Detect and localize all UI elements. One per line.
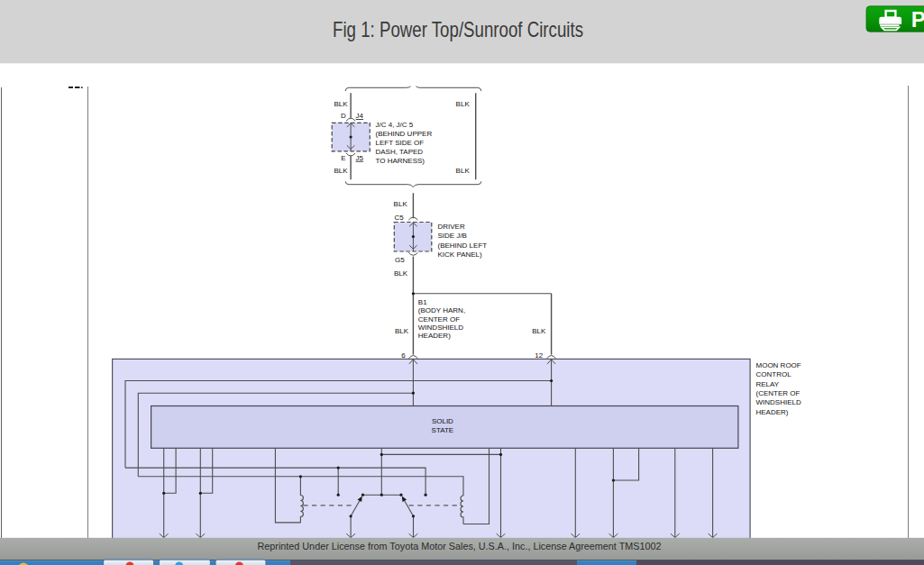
svg-text:J/C 4, J/C 5: J/C 4, J/C 5 [376, 121, 414, 129]
svg-text:RELAY: RELAY [756, 380, 780, 388]
svg-text:D: D [341, 112, 346, 120]
svg-text:DRIVER: DRIVER [438, 223, 465, 231]
svg-text:12: 12 [535, 351, 543, 360]
svg-text:(BEHIND UPPER: (BEHIND UPPER [376, 130, 433, 138]
svg-text:E: E [341, 154, 345, 162]
svg-text:KICK PANEL): KICK PANEL) [438, 251, 483, 259]
svg-text:(BEHIND LEFT: (BEHIND LEFT [438, 241, 488, 250]
svg-text:(BODY HARN,: (BODY HARN, [418, 306, 465, 314]
svg-text:WINDSHIELD: WINDSHIELD [418, 324, 463, 332]
svg-text:6: 6 [401, 351, 406, 360]
svg-text:BLK: BLK [394, 269, 408, 278]
svg-text:Fig 1: Power Top/Sunroof Circu: Fig 1: Power Top/Sunroof Circuits [333, 17, 583, 41]
svg-text:STATE: STATE [432, 426, 454, 434]
svg-text:HEADER): HEADER) [756, 408, 789, 416]
svg-text:Reprinted Under License from T: Reprinted Under License from Toyota Moto… [258, 541, 662, 551]
svg-text:BLK: BLK [456, 100, 471, 108]
svg-text:G5: G5 [395, 256, 405, 264]
svg-text:MOON ROOF: MOON ROOF [756, 361, 801, 369]
svg-text:WINDSHIELD: WINDSHIELD [756, 398, 801, 406]
svg-text:SIDE J/B: SIDE J/B [438, 232, 467, 240]
svg-text:J5: J5 [356, 154, 364, 162]
svg-text:CENTER OF: CENTER OF [418, 315, 460, 324]
svg-text:(CENTER OF: (CENTER OF [756, 389, 800, 397]
svg-text:B1: B1 [418, 298, 427, 306]
svg-text:LEFT SIDE OF: LEFT SIDE OF [376, 139, 425, 147]
svg-text:SOLID: SOLID [432, 417, 453, 425]
svg-text:Print: Print [911, 7, 924, 32]
svg-text:DASH, TAPED: DASH, TAPED [376, 148, 424, 156]
svg-text:BLK: BLK [532, 327, 546, 335]
svg-text:BLK: BLK [394, 200, 408, 208]
svg-text:TO HARNESS): TO HARNESS) [376, 157, 425, 165]
svg-text:BLK: BLK [334, 167, 348, 175]
svg-text:BLK: BLK [395, 327, 409, 335]
svg-text:HEADER): HEADER) [418, 332, 451, 340]
svg-text:C5: C5 [395, 214, 405, 222]
svg-text:BLK: BLK [334, 100, 348, 108]
svg-text:CONTROL: CONTROL [756, 370, 792, 378]
svg-text:J4: J4 [356, 112, 364, 120]
svg-text:BLK: BLK [456, 167, 471, 175]
